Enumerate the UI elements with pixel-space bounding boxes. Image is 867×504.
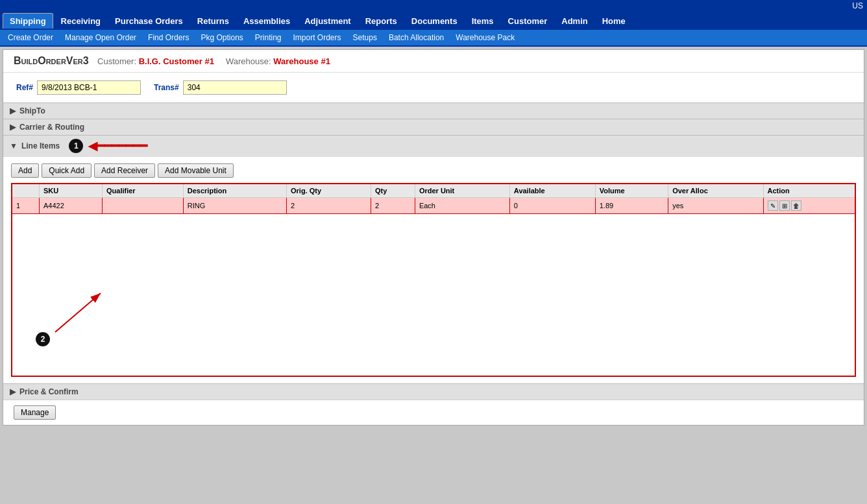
col-available: Available — [509, 184, 595, 198]
col-num — [12, 184, 39, 198]
empty-cell: 2 — [12, 214, 855, 376]
ref-label: Ref# — [16, 83, 33, 92]
bottom-bar: Manage — [3, 400, 864, 425]
col-action: Action — [763, 184, 855, 198]
page-title: BuildOrderVer3 — [14, 55, 89, 66]
col-over-alloc: Over Alloc — [668, 184, 763, 198]
cell-order-unit: Each — [415, 198, 509, 214]
line-items-buttons: Add Quick Add Add Receiver Add Movable U… — [11, 163, 856, 178]
cell-over-alloc: yes — [668, 198, 763, 214]
carrier-routing-label: Carrier & Routing — [19, 123, 84, 132]
line-items-toggle-icon: ▼ — [10, 141, 18, 150]
main-wrapper: US Shipping Receiving Purchase Orders Re… — [0, 0, 867, 504]
page-title-bar: BuildOrderVer3 Customer: B.I.G. Customer… — [3, 50, 864, 73]
annotation-1: 1 — [69, 139, 83, 153]
annotation-2-container: 2 — [36, 332, 50, 346]
cell-action: ✎ ⊞ 🗑 — [763, 198, 855, 214]
main-nav: Shipping Receiving Purchase Orders Retur… — [0, 12, 867, 30]
shipto-toggle-icon: ▶ — [10, 106, 16, 115]
add-movable-unit-button[interactable]: Add Movable Unit — [158, 163, 234, 178]
cell-qualifier — [103, 198, 184, 214]
nav-reports[interactable]: Reports — [359, 14, 404, 29]
cell-available: 0 — [509, 198, 595, 214]
customer-name: B.I.G. Customer #1 — [139, 56, 214, 66]
cell-sku: A4422 — [39, 198, 102, 214]
subnav-setups[interactable]: Setups — [348, 31, 382, 44]
cell-orig-qty: 2 — [286, 198, 371, 214]
annotation-2: 2 — [36, 332, 50, 346]
trans-label: Trans# — [154, 83, 179, 92]
nav-returns[interactable]: Returns — [191, 14, 236, 29]
carrier-routing-section-header[interactable]: ▶ Carrier & Routing — [3, 119, 864, 135]
add-button[interactable]: Add — [11, 163, 39, 178]
shipto-section-header[interactable]: ▶ ShipTo — [3, 102, 864, 119]
subnav-find-orders[interactable]: Find Orders — [143, 31, 194, 44]
top-bar: US — [0, 0, 867, 12]
col-orig-qty: Orig. Qty — [286, 184, 371, 198]
subnav-pkg-options[interactable]: Pkg Options — [195, 31, 248, 44]
cell-num: 1 — [12, 198, 39, 214]
price-confirm-label: Price & Confirm — [19, 387, 79, 396]
subnav-import-orders[interactable]: Import Orders — [288, 31, 347, 44]
svg-line-1 — [55, 293, 101, 332]
sub-nav: Create Order Manage Open Order Find Orde… — [0, 30, 867, 47]
subnav-printing[interactable]: Printing — [250, 31, 287, 44]
col-sku: SKU — [39, 184, 102, 198]
price-confirm-section-header[interactable]: ▶ Price & Confirm — [3, 383, 864, 400]
content-area: BuildOrderVer3 Customer: B.I.G. Customer… — [3, 49, 864, 426]
action-icons: ✎ ⊞ 🗑 — [768, 200, 851, 211]
subnav-warehouse-pack[interactable]: Warehouse Pack — [450, 31, 520, 44]
nav-documents[interactable]: Documents — [405, 14, 464, 29]
col-description: Description — [183, 184, 286, 198]
ref-group: Ref# — [16, 80, 141, 95]
carrier-toggle-icon: ▶ — [10, 123, 16, 132]
trans-input[interactable] — [183, 80, 287, 95]
line-items-section-header[interactable]: ▼ Line Items 1 ◀━━━━━━━ — [3, 135, 864, 156]
arrow-2-svg — [49, 287, 127, 339]
nav-home[interactable]: Home — [596, 14, 632, 29]
nav-admin[interactable]: Admin — [555, 14, 594, 29]
split-icon[interactable]: ⊞ — [779, 200, 790, 211]
ref-input[interactable] — [37, 80, 141, 95]
nav-items[interactable]: Items — [465, 14, 500, 29]
price-toggle-icon: ▶ — [10, 387, 16, 396]
subnav-create-order[interactable]: Create Order — [3, 31, 58, 44]
col-volume: Volume — [595, 184, 668, 198]
user-label: US — [852, 1, 863, 10]
nav-adjustment[interactable]: Adjustment — [298, 14, 358, 29]
table-row: 1 A4422 RING 2 2 Each 0 1.89 yes — [12, 198, 855, 214]
table-header-row: SKU Qualifier Description Orig. Qty Qty … — [12, 184, 855, 198]
customer-label-text: Customer: B.I.G. Customer #1 Warehouse: … — [97, 56, 330, 66]
subnav-batch-allocation[interactable]: Batch Allocation — [384, 31, 449, 44]
line-items-label: Line Items — [21, 141, 60, 150]
nav-receiving[interactable]: Receiving — [55, 14, 107, 29]
edit-icon[interactable]: ✎ — [768, 200, 778, 211]
empty-row: 2 — [12, 214, 855, 376]
line-items-content: Add Quick Add Add Receiver Add Movable U… — [3, 156, 864, 383]
shipto-label: ShipTo — [19, 106, 45, 115]
table-container: SKU Qualifier Description Orig. Qty Qty … — [11, 183, 856, 377]
add-receiver-button[interactable]: Add Receiver — [94, 163, 155, 178]
quick-add-button[interactable]: Quick Add — [42, 163, 92, 178]
col-order-unit: Order Unit — [415, 184, 509, 198]
nav-customer[interactable]: Customer — [502, 14, 554, 29]
arrow-1: ◀━━━━━━━ — [88, 139, 147, 153]
items-table: SKU Qualifier Description Orig. Qty Qty … — [11, 183, 856, 377]
cell-volume: 1.89 — [595, 198, 668, 214]
col-qty: Qty — [371, 184, 415, 198]
nav-purchase-orders[interactable]: Purchase Orders — [108, 14, 189, 29]
warehouse-name: Warehouse #1 — [273, 56, 330, 66]
manage-button[interactable]: Manage — [14, 405, 56, 420]
cell-qty: 2 — [371, 198, 415, 214]
subnav-manage-open-order[interactable]: Manage Open Order — [60, 31, 141, 44]
nav-assemblies[interactable]: Assemblies — [237, 14, 297, 29]
trans-group: Trans# — [154, 80, 287, 95]
cell-description: RING — [183, 198, 286, 214]
form-row: Ref# Trans# — [3, 73, 864, 102]
col-qualifier: Qualifier — [103, 184, 184, 198]
nav-shipping[interactable]: Shipping — [3, 13, 53, 29]
delete-icon[interactable]: 🗑 — [791, 200, 801, 211]
